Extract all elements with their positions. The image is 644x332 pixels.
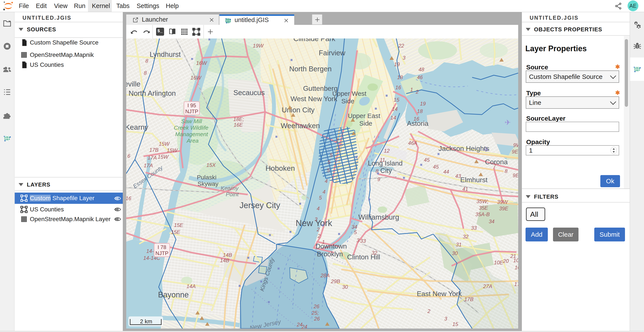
svg-text:Bayonne: Bayonne: [158, 290, 189, 299]
svg-text:17A: 17A: [144, 162, 153, 168]
svg-text:19: 19: [420, 101, 426, 106]
svg-text:10: 10: [515, 264, 518, 270]
svg-text:8: 8: [144, 70, 147, 76]
svg-text:I 78: I 78: [158, 244, 166, 250]
svg-text:Downtown: Downtown: [316, 242, 347, 250]
svg-text:9W: 9W: [513, 142, 518, 148]
svg-text:Management: Management: [175, 131, 208, 138]
svg-text:41: 41: [462, 186, 468, 192]
svg-text:North Arlington: North Arlington: [129, 89, 176, 97]
svg-text:14A: 14A: [186, 283, 196, 289]
svg-text:2: 2: [416, 89, 418, 95]
svg-text:I 95: I 95: [188, 102, 196, 108]
svg-text:21: 21: [510, 253, 516, 259]
svg-text:28A: 28A: [320, 272, 330, 278]
svg-text:2 km: 2 km: [140, 318, 152, 325]
svg-text:30: 30: [342, 284, 348, 290]
svg-text:31: 31: [456, 242, 462, 248]
svg-text:3: 3: [314, 216, 318, 222]
svg-text:5: 5: [327, 167, 330, 173]
svg-text:33: 33: [471, 225, 477, 231]
svg-text:Area: Area: [186, 138, 199, 144]
svg-text:16: 16: [414, 116, 420, 122]
svg-text:2: 2: [316, 226, 320, 232]
svg-text:43: 43: [455, 173, 461, 179]
svg-text:Kearny: Kearny: [126, 123, 148, 131]
svg-text:5: 5: [328, 159, 330, 165]
svg-text:17B: 17B: [150, 147, 159, 153]
svg-text:16: 16: [396, 84, 401, 90]
svg-text:17B: 17B: [464, 296, 474, 302]
svg-text:10E: 10E: [494, 260, 504, 266]
svg-text:Corona: Corona: [485, 158, 508, 166]
svg-text:14B: 14B: [223, 252, 232, 258]
svg-text:North Bergen: North Bergen: [289, 65, 332, 73]
svg-text:West New York: West New York: [290, 95, 338, 103]
svg-text:New York: New York: [296, 218, 332, 228]
svg-text:15E: 15E: [174, 222, 184, 228]
svg-text:8: 8: [145, 58, 148, 64]
svg-text:15: 15: [452, 321, 458, 327]
svg-text:35A-B: 35A-B: [476, 212, 490, 217]
svg-text:Side: Side: [359, 120, 372, 127]
svg-text:Jackson Heights: Jackson Heights: [439, 144, 490, 152]
svg-text:27A: 27A: [483, 283, 492, 289]
svg-text:26: 26: [314, 316, 320, 322]
svg-text:30: 30: [452, 250, 458, 256]
svg-text:5: 5: [354, 229, 357, 235]
svg-text:16E: 16E: [234, 122, 243, 128]
svg-text:35E: 35E: [479, 205, 488, 211]
svg-text:Jersey City: Jersey City: [240, 201, 280, 210]
svg-text:46A: 46A: [408, 140, 418, 146]
svg-text:22: 22: [398, 43, 404, 49]
svg-text:4: 4: [325, 178, 328, 184]
svg-text:19: 19: [394, 62, 400, 67]
svg-text:17A: 17A: [148, 155, 157, 160]
svg-text:19W: 19W: [253, 43, 264, 49]
svg-text:Brooklyn: Brooklyn: [317, 250, 343, 258]
svg-text:NJTP: NJTP: [185, 108, 198, 114]
svg-text:17: 17: [514, 281, 518, 287]
svg-text:16W: 16W: [196, 60, 207, 66]
svg-text:Side: Side: [341, 98, 354, 104]
svg-text:44: 44: [444, 169, 449, 175]
svg-text:Creek Wildlife: Creek Wildlife: [174, 124, 208, 131]
svg-text:15E: 15E: [171, 229, 180, 235]
svg-text:eville: eville: [126, 80, 140, 88]
svg-text:4: 4: [317, 206, 320, 212]
svg-text:29B: 29B: [331, 278, 340, 284]
svg-text:34: 34: [352, 224, 357, 230]
svg-text:18: 18: [417, 108, 423, 114]
svg-text:5: 5: [330, 152, 333, 158]
svg-text:Weehawken: Weehawken: [280, 122, 320, 130]
svg-text:9E: 9E: [512, 172, 518, 178]
svg-text:City: City: [380, 167, 392, 174]
svg-text:12: 12: [384, 148, 390, 154]
svg-text:1: 1: [410, 87, 413, 92]
svg-text:✈: ✈: [504, 118, 511, 126]
svg-text:11: 11: [380, 157, 385, 163]
svg-text:Fairview: Fairview: [319, 49, 346, 57]
svg-text:24: 24: [301, 324, 308, 328]
svg-text:NJTP: NJTP: [156, 250, 168, 256]
svg-text:Kearny: Kearny: [221, 185, 239, 192]
svg-text:15X: 15X: [206, 162, 216, 168]
svg-text:16: 16: [126, 196, 132, 201]
svg-text:Pulaski: Pulaski: [197, 174, 216, 181]
svg-text:6: 6: [127, 153, 130, 159]
svg-text:45: 45: [424, 157, 430, 163]
svg-text:15W: 15W: [167, 148, 178, 153]
svg-text:26: 26: [314, 304, 320, 309]
svg-text:33: 33: [360, 238, 366, 244]
svg-text:34: 34: [489, 218, 494, 224]
svg-text:16W: 16W: [190, 75, 202, 80]
svg-text:9E: 9E: [512, 149, 518, 154]
svg-text:Skyway: Skyway: [198, 180, 218, 187]
svg-text:8: 8: [504, 168, 508, 174]
svg-text:7: 7: [336, 138, 339, 143]
svg-text:14B: 14B: [220, 258, 229, 263]
svg-text:Saw Mill: Saw Mill: [181, 118, 202, 124]
svg-text:20: 20: [503, 258, 509, 264]
svg-text:Union City: Union City: [282, 106, 315, 114]
svg-text:East New York: East New York: [417, 290, 462, 298]
